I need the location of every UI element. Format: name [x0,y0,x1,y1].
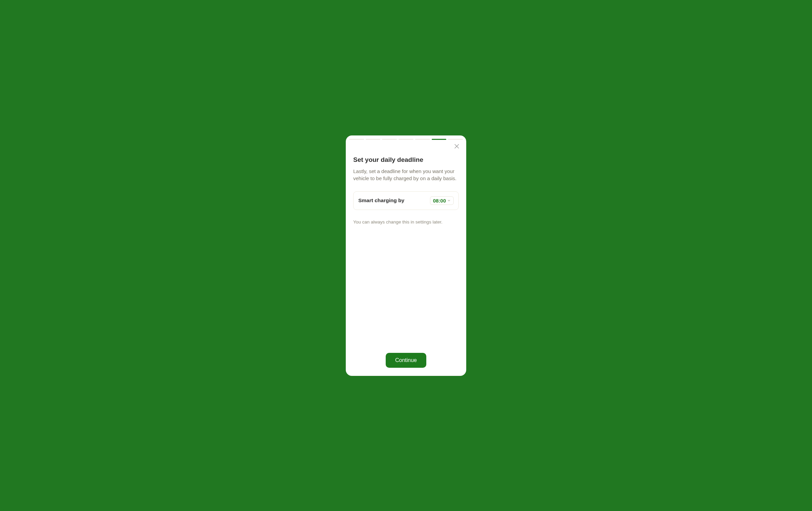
close-icon [454,144,459,149]
continue-button-label: Continue [395,357,417,363]
page-background: Set your daily deadline Lastly, set a de… [0,0,812,511]
field-label: Smart charging by [358,197,404,204]
modal-content: Set your daily deadline Lastly, set a de… [346,140,466,353]
progress-bar [346,135,466,140]
close-button[interactable] [453,143,460,150]
onboarding-modal: Set your daily deadline Lastly, set a de… [346,135,466,376]
time-value: 08:00 [433,198,446,204]
modal-footer: Continue [346,353,466,376]
time-field-card: Smart charging by 08:00 [353,191,459,210]
chevron-down-icon [447,199,451,202]
continue-button[interactable]: Continue [386,353,426,368]
time-picker[interactable]: 08:00 [430,196,454,205]
page-description: Lastly, set a deadline for when you want… [353,168,459,182]
helper-text: You can always change this in settings l… [353,219,459,225]
page-title: Set your daily deadline [353,156,459,164]
